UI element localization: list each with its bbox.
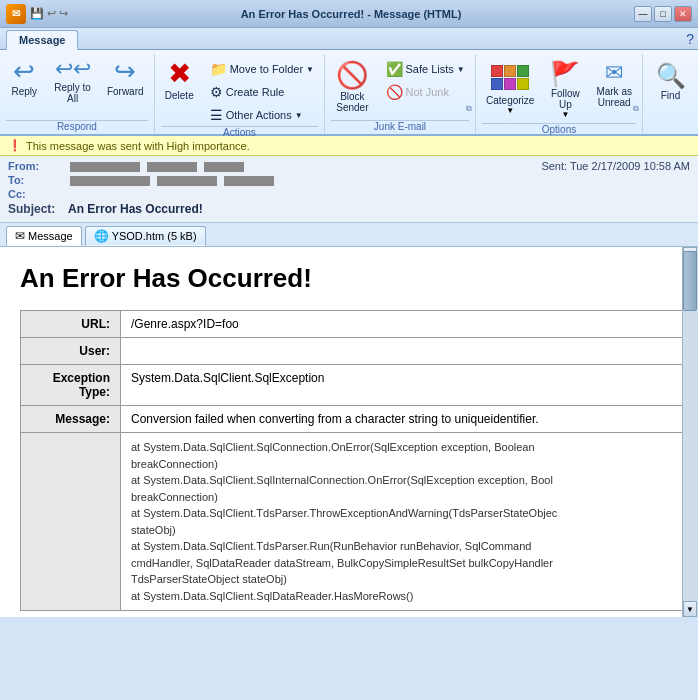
from-redacted2 bbox=[147, 162, 197, 172]
scrollbar-down-button[interactable]: ▼ bbox=[683, 601, 697, 617]
delete-icon: ✖ bbox=[168, 60, 191, 88]
window-title: An Error Has Occurred! - Message (HTML) bbox=[241, 8, 462, 20]
exception-type-value: System.Data.SqlClient.SqlException bbox=[121, 365, 688, 406]
create-rule-button[interactable]: ⚙ Create Rule bbox=[204, 81, 320, 103]
to-row: To: bbox=[8, 174, 690, 186]
follow-up-button[interactable]: 🚩 FollowUp ▼ bbox=[544, 56, 586, 123]
sent-value: Tue 2/17/2009 10:58 AM bbox=[570, 160, 690, 172]
safe-dropdown-icon[interactable]: ▼ bbox=[457, 65, 465, 74]
move-to-folder-button[interactable]: 📁 Move to Folder ▼ bbox=[204, 58, 320, 80]
reply-all-icon: ↩↩ bbox=[55, 58, 91, 80]
cc-label: Cc: bbox=[8, 188, 68, 200]
message-value: Conversion failed when converting from a… bbox=[121, 406, 688, 433]
cc-row: Cc: bbox=[8, 188, 690, 200]
minimize-button[interactable]: — bbox=[634, 6, 652, 22]
ribbon-group-junk: 🚫 BlockSender ✅ Safe Lists ▼ 🚫 Not Junk … bbox=[325, 54, 476, 134]
options-group-label: Options bbox=[482, 123, 636, 137]
ribbon-group-find: 🔍 Find bbox=[643, 54, 698, 134]
find-icon: 🔍 bbox=[656, 62, 686, 90]
to-label: To: bbox=[8, 174, 68, 186]
junk-expand-icon[interactable]: ⧉ bbox=[466, 104, 472, 114]
reply-icon: ↩ bbox=[13, 58, 35, 84]
table-row: at System.Data.SqlClient.SqlConnection.O… bbox=[21, 433, 688, 611]
ribbon-tab-bar: Message ? bbox=[0, 28, 698, 50]
message-attachment-tab[interactable]: ✉ Message bbox=[6, 226, 82, 246]
not-junk-button[interactable]: 🚫 Not Junk bbox=[380, 81, 471, 103]
stack-trace-value: at System.Data.SqlClient.SqlConnection.O… bbox=[121, 433, 688, 611]
reply-button[interactable]: ↩ Reply bbox=[4, 54, 44, 101]
error-title: An Error Has Occurred! bbox=[20, 263, 688, 294]
table-row: URL: /Genre.aspx?ID=foo bbox=[21, 311, 688, 338]
move-dropdown-icon[interactable]: ▼ bbox=[306, 65, 314, 74]
message-tab-icon: ✉ bbox=[15, 229, 25, 243]
reply-label: Reply bbox=[11, 86, 37, 97]
other-actions-button[interactable]: ☰ Other Actions ▼ bbox=[204, 104, 320, 126]
not-junk-icon: 🚫 bbox=[386, 84, 403, 100]
qat-undo[interactable]: ↩ bbox=[47, 7, 56, 20]
sent-text: Sent: Tue 2/17/2009 10:58 AM bbox=[541, 160, 690, 172]
qat-redo[interactable]: ↪ bbox=[59, 7, 68, 20]
to-redacted bbox=[70, 176, 150, 186]
attachment-tabs: ✉ Message 🌐 YSOD.htm (5 kB) bbox=[0, 223, 698, 247]
mark-unread-icon: ✉ bbox=[605, 60, 623, 86]
safe-lists-button[interactable]: ✅ Safe Lists ▼ bbox=[380, 58, 471, 80]
followup-dropdown-icon[interactable]: ▼ bbox=[561, 110, 569, 119]
mark-unread-label: Mark asUnread bbox=[596, 86, 632, 108]
email-body: An Error Has Occurred! URL: /Genre.aspx?… bbox=[0, 247, 698, 617]
junk-stack: ✅ Safe Lists ▼ 🚫 Not Junk bbox=[380, 56, 471, 103]
table-row: ExceptionType: System.Data.SqlClient.Sql… bbox=[21, 365, 688, 406]
find-button[interactable]: 🔍 Find bbox=[650, 58, 692, 132]
sent-label: Sent: bbox=[541, 160, 567, 172]
actions-group-label: Actions bbox=[161, 126, 318, 140]
find-label: Find bbox=[661, 90, 680, 101]
from-row: From: Sent: Tue 2/17/2009 10:58 AM bbox=[8, 160, 690, 172]
subject-row: Subject: An Error Has Occurred! bbox=[8, 202, 690, 216]
to-redacted3 bbox=[224, 176, 274, 186]
body-wrapper: An Error Has Occurred! URL: /Genre.aspx?… bbox=[0, 247, 698, 617]
actions-content: ✖ Delete 📁 Move to Folder ▼ ⚙ Create Rul… bbox=[159, 54, 320, 126]
reply-all-button[interactable]: ↩↩ Reply toAll bbox=[48, 54, 97, 108]
safe-lists-label: Safe Lists bbox=[406, 63, 454, 75]
ysod-tab-icon: 🌐 bbox=[94, 229, 109, 243]
rule-icon: ⚙ bbox=[210, 84, 223, 100]
block-sender-button[interactable]: 🚫 BlockSender bbox=[329, 56, 375, 117]
table-row: Message: Conversion failed when converti… bbox=[21, 406, 688, 433]
from-redacted3 bbox=[204, 162, 244, 172]
help-button[interactable]: ? bbox=[686, 31, 694, 49]
categorize-label: Categorize bbox=[486, 95, 534, 106]
subject-label: Subject: bbox=[8, 202, 68, 216]
qat-save[interactable]: 💾 bbox=[30, 7, 44, 20]
other-actions-dropdown-icon[interactable]: ▼ bbox=[295, 111, 303, 120]
ysod-attachment-tab[interactable]: 🌐 YSOD.htm (5 kB) bbox=[85, 226, 206, 246]
other-actions-icon: ☰ bbox=[210, 107, 223, 123]
title-bar: ✉ 💾 ↩ ↪ An Error Has Occurred! - Message… bbox=[0, 0, 698, 28]
scrollbar-thumb[interactable] bbox=[683, 251, 697, 311]
user-value bbox=[121, 338, 688, 365]
error-table: URL: /Genre.aspx?ID=foo User: ExceptionT… bbox=[20, 310, 688, 611]
categorize-dropdown-icon[interactable]: ▼ bbox=[506, 106, 514, 115]
ribbon-group-options: Categorize ▼ 🚩 FollowUp ▼ ✉ Mark asUnrea… bbox=[476, 54, 643, 134]
categorize-button[interactable]: Categorize ▼ bbox=[480, 56, 540, 119]
close-button[interactable]: ✕ bbox=[674, 6, 692, 22]
create-rule-label: Create Rule bbox=[226, 86, 285, 98]
url-label: URL: bbox=[21, 311, 121, 338]
forward-button[interactable]: ↪ Forward bbox=[101, 54, 150, 101]
delete-button[interactable]: ✖ Delete bbox=[159, 56, 200, 126]
follow-up-icon: 🚩 bbox=[550, 60, 580, 88]
scrollbar-track[interactable]: ▲ ▼ bbox=[682, 247, 698, 617]
options-content: Categorize ▼ 🚩 FollowUp ▼ ✉ Mark asUnrea… bbox=[480, 54, 638, 123]
table-row: User: bbox=[21, 338, 688, 365]
move-to-folder-label: Move to Folder bbox=[230, 63, 303, 75]
reply-all-label: Reply toAll bbox=[54, 82, 91, 104]
mark-unread-button[interactable]: ✉ Mark asUnread bbox=[590, 56, 638, 112]
categorize-icon bbox=[491, 62, 529, 93]
ribbon: ↩ Reply ↩↩ Reply toAll ↪ Forward Respond… bbox=[0, 50, 698, 136]
scroll-down-icon: ▼ bbox=[686, 605, 694, 614]
other-actions-label: Other Actions bbox=[226, 109, 292, 121]
tab-message[interactable]: Message bbox=[6, 30, 78, 50]
to-value bbox=[68, 174, 690, 186]
message-area: ❗ This message was sent with High import… bbox=[0, 136, 698, 617]
ribbon-group-respond: ↩ Reply ↩↩ Reply toAll ↪ Forward Respond bbox=[0, 54, 155, 134]
options-expand-icon[interactable]: ⧉ bbox=[633, 104, 639, 114]
maximize-button[interactable]: □ bbox=[654, 6, 672, 22]
